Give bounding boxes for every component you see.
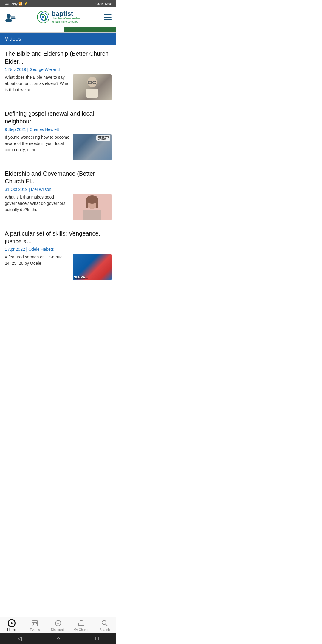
video-title: The Bible and Eldership (Better Church E… xyxy=(5,50,112,65)
video-meta: 9 Sep 2021 | Charles Hewlett xyxy=(5,127,112,132)
video-thumbnail: SUMME... xyxy=(73,254,112,280)
video-description: What does the Bible have to say about ou… xyxy=(5,74,70,93)
status-left: SOS only 📶 ⚡ xyxy=(4,2,28,6)
logo-text: baptist churches of new zealandte hāhi i… xyxy=(52,10,81,24)
video-item[interactable]: Eldership and Governance (Better Church … xyxy=(0,165,116,225)
logo-sub-text: churches of new zealandte hāhi iriiri o … xyxy=(52,17,81,24)
video-content: If you're wondering how to become aware … xyxy=(5,134,112,165)
menu-button[interactable] xyxy=(104,14,112,20)
video-description: A featured sermon on 1 Samuel 24, 25, 26… xyxy=(5,254,70,267)
logo-main-text: baptist xyxy=(52,10,81,17)
status-right: 100% 13:04 xyxy=(95,2,113,6)
video-content: What is it that makes good governance? W… xyxy=(5,194,112,225)
video-description: If you're wondering how to become aware … xyxy=(5,134,70,153)
video-item[interactable]: Defining gospel renewal and local neighb… xyxy=(0,105,116,165)
video-meta: 1 Apr 2022 | Odele Habets xyxy=(5,247,112,252)
video-title: Defining gospel renewal and local neighb… xyxy=(5,110,112,125)
logo-icon xyxy=(37,10,50,24)
video-title: A particular set of skills: Vengeance, j… xyxy=(5,230,112,245)
usb-icon: ⚡ xyxy=(24,2,28,6)
summer-text: SUMME... xyxy=(74,276,88,279)
video-meta: 1 Nov 2019 | George Wieland xyxy=(5,67,112,72)
svg-rect-16 xyxy=(96,199,98,208)
signal-icon: 📶 xyxy=(18,2,23,6)
battery-text: 100% 13:04 xyxy=(95,2,113,6)
video-thumbnail xyxy=(73,194,112,220)
video-content: A featured sermon on 1 Samuel 24, 25, 26… xyxy=(5,254,112,284)
videos-label: Videos xyxy=(5,36,21,42)
video-title: Eldership and Governance (Better Church … xyxy=(5,170,112,185)
svg-point-0 xyxy=(7,14,11,18)
svg-point-6 xyxy=(87,77,97,87)
video-description: What is it that makes good governance? W… xyxy=(5,194,70,213)
video-content: What does the Bible have to say about ou… xyxy=(5,74,112,105)
status-bar: SOS only 📶 ⚡ 100% 13:04 xyxy=(0,0,116,7)
top-image-strip xyxy=(0,27,116,33)
video-item[interactable]: A particular set of skills: Vengeance, j… xyxy=(0,225,116,284)
app-header: baptist churches of new zealandte hāhi i… xyxy=(0,7,116,27)
videos-banner: Videos xyxy=(0,33,116,45)
svg-rect-15 xyxy=(86,199,88,208)
video-thumbnail xyxy=(73,74,112,100)
svg-rect-7 xyxy=(86,89,98,98)
svg-rect-13 xyxy=(83,210,101,220)
main-content: Videos The Bible and Eldership (Better C… xyxy=(0,33,116,314)
sos-text: SOS only xyxy=(4,2,17,6)
app-logo: baptist churches of new zealandte hāhi i… xyxy=(37,10,81,24)
profile-button[interactable] xyxy=(5,13,14,21)
video-thumbnail: EFFECTIVEMISSION xyxy=(73,134,112,160)
svg-point-5 xyxy=(42,16,44,18)
video-item[interactable]: The Bible and Eldership (Better Church E… xyxy=(0,45,116,105)
video-meta: 31 Oct 2019 | Mel Wilson xyxy=(5,187,112,192)
aerial-badge: EFFECTIVEMISSION xyxy=(96,135,110,141)
